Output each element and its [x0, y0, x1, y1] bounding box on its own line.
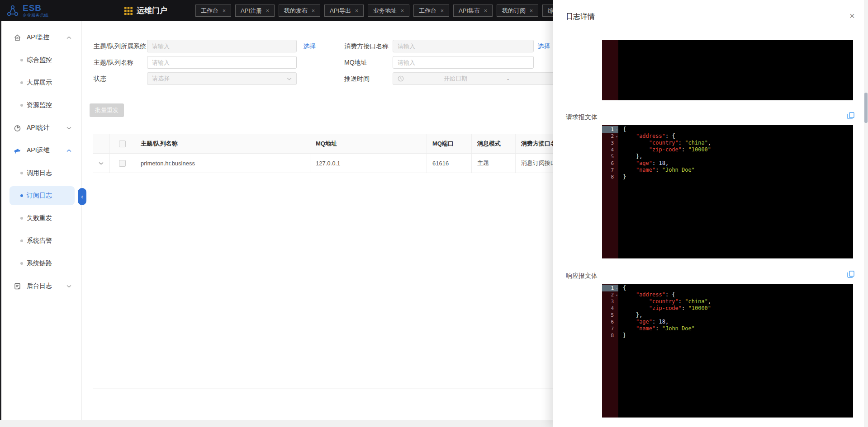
drawer-title: 日志详情 — [566, 12, 595, 22]
pie-chart-icon — [14, 124, 21, 132]
table-row[interactable]: primeton.hr.business 127.0.0.1 61616 主题 … — [93, 154, 611, 173]
batch-resend-button[interactable]: 批量重发 — [90, 103, 124, 117]
filter-label-status: 状态 — [94, 72, 106, 85]
nav-tab-api-register[interactable]: API注册× — [235, 5, 275, 17]
grid-icon — [124, 7, 133, 15]
topic-name-input[interactable] — [147, 56, 297, 69]
row-select-cell — [110, 154, 135, 173]
mq-address-input[interactable] — [393, 56, 534, 69]
chevron-down-icon — [66, 127, 71, 130]
sidebar-item-invoke-log[interactable]: 调用日志 — [1, 162, 81, 184]
sidebar-item-system-link[interactable]: 系统链路 — [1, 252, 81, 275]
filter-label-mq-address: MQ地址 — [344, 56, 367, 69]
nav-tab-api-market[interactable]: API集市× — [453, 5, 493, 17]
cell-message-mode: 主题 — [472, 154, 516, 173]
portal-title: 运维门户 — [137, 5, 167, 16]
sidebar-group-api-ops[interactable]: API运维 — [1, 139, 81, 162]
tab-close-icon[interactable]: × — [355, 8, 358, 14]
start-date-placeholder: 开始日期 — [444, 75, 467, 83]
tab-close-icon[interactable]: × — [484, 8, 487, 14]
table-header-row: 主题/队列名称 MQ地址 MQ端口 消息模式 消费方接口名称 — [93, 134, 611, 154]
filter-label-topic-name: 主题/队列名称 — [94, 56, 133, 69]
nav-tab-my-subscription[interactable]: 我的订阅× — [497, 5, 538, 17]
sidebar-item-system-alert[interactable]: 系统告警 — [1, 230, 81, 252]
copy-icon[interactable] — [847, 112, 855, 120]
select-all-checkbox[interactable] — [119, 141, 126, 147]
request-body-label: 请求报文体 — [566, 113, 598, 122]
response-body-label: 响应报文体 — [566, 272, 598, 280]
chevron-down-icon — [287, 77, 292, 80]
sidebar-item-monitor[interactable]: 综合监控 — [1, 49, 81, 71]
response-body-editor[interactable]: 1▾{2▾ "address": {3 "country": "china",4… — [602, 284, 853, 418]
tab-close-icon[interactable]: × — [530, 8, 533, 14]
esb-network-icon — [6, 5, 19, 17]
nav-tab-my-publish[interactable]: 我的发布× — [279, 5, 320, 17]
status-select[interactable]: 请选择 — [147, 72, 297, 85]
close-icon[interactable]: × — [849, 11, 855, 21]
tab-close-icon[interactable]: × — [401, 8, 404, 14]
bullet-icon — [20, 81, 23, 84]
chevron-down-icon — [66, 285, 71, 288]
home-icon — [14, 34, 21, 42]
bullet-icon — [20, 104, 23, 107]
topic-system-input[interactable] — [147, 40, 297, 52]
sidebar-item-subscription-log[interactable]: 订阅日志 — [1, 184, 81, 207]
sidebar-collapse-handle[interactable]: ‹ — [78, 188, 86, 205]
row-checkbox[interactable] — [119, 160, 126, 167]
bullet-icon — [20, 194, 23, 197]
nav-tab-workbench-2[interactable]: 工作台× — [413, 5, 449, 17]
bullet-icon — [20, 172, 23, 174]
consumer-api-input[interactable] — [393, 40, 534, 52]
subscription-log-table: 主题/队列名称 MQ地址 MQ端口 消息模式 消费方接口名称 primeton.… — [93, 134, 611, 173]
topic-system-select-link[interactable]: 选择 — [303, 40, 316, 52]
main-content: 主题/队列所属系统 选择 消费方接口名称 选择 主题/队列名称 MQ地址 状态 … — [82, 21, 553, 420]
expand-chevron-icon[interactable] — [99, 162, 104, 165]
scrollbar-thumb[interactable] — [864, 93, 868, 123]
scrolled-editor-partial[interactable] — [602, 40, 853, 100]
expand-column-header — [93, 134, 110, 154]
app-root: ESB 企业服务总线 运维门户 工作台× API注册× 我的发布× API导出×… — [0, 0, 868, 427]
tab-close-icon[interactable]: × — [266, 8, 269, 14]
row-expand-cell — [93, 154, 110, 173]
cell-mq-address: 127.0.0.1 — [310, 154, 427, 173]
vertical-scrollbar[interactable] — [864, 0, 868, 427]
filter-label-push-time: 推送时间 — [344, 72, 370, 85]
date-range-separator: - — [507, 75, 509, 82]
column-header-topic-name: 主题/队列名称 — [135, 134, 310, 154]
brand-subtitle: 企业服务总线 — [23, 13, 48, 18]
nav-tab-business-address[interactable]: 业务地址× — [368, 5, 409, 17]
ops-camera-icon — [14, 147, 21, 155]
sidebar-item-resource-monitor[interactable]: 资源监控 — [1, 94, 81, 117]
cell-mq-port: 61616 — [427, 154, 472, 173]
sidebar: API监控 综合监控 大屏展示 资源监控 API统计 API运维 调用日志 订阅… — [1, 21, 82, 420]
filter-label-consumer-api: 消费方接口名称 — [344, 40, 389, 52]
column-header-message-mode: 消息模式 — [472, 134, 516, 154]
tab-close-icon[interactable]: × — [441, 8, 444, 14]
bullet-icon — [20, 217, 23, 220]
select-all-header-cell — [110, 134, 135, 154]
sidebar-item-big-screen[interactable]: 大屏展示 — [1, 71, 81, 94]
copy-icon[interactable] — [847, 270, 855, 278]
filter-label-topic-system: 主题/队列所属系统 — [94, 40, 146, 52]
clock-icon — [398, 75, 404, 82]
horizontal-scrollbar[interactable] — [0, 420, 553, 427]
chevron-up-icon — [66, 149, 71, 152]
sidebar-group-backend-log[interactable]: 后台日志 — [1, 275, 81, 297]
consumer-api-select-link[interactable]: 选择 — [537, 40, 550, 52]
sidebar-group-api-statistics[interactable]: API统计 — [1, 117, 81, 139]
chevron-up-icon — [66, 36, 71, 39]
sidebar-group-api-monitor[interactable]: API监控 — [1, 26, 81, 49]
table-bottom-divider — [93, 389, 563, 389]
logo-divider — [116, 6, 116, 16]
brand-name: ESB — [23, 4, 48, 12]
log-detail-drawer: 日志详情 × 请求报文体 1▾{2▾ "address": {3 "countr… — [553, 0, 868, 427]
tab-close-icon[interactable]: × — [312, 8, 315, 14]
push-time-range-picker[interactable]: 开始日期 - — [393, 72, 555, 85]
nav-tab-api-export[interactable]: API导出× — [324, 5, 364, 17]
tab-close-icon[interactable]: × — [223, 8, 226, 14]
nav-tab-workbench-1[interactable]: 工作台× — [195, 5, 231, 17]
portal-block: 运维门户 — [124, 5, 167, 16]
sidebar-item-failed-resend[interactable]: 失败重发 — [1, 207, 81, 230]
esb-logo: ESB 企业服务总线 — [0, 4, 113, 18]
request-body-editor[interactable]: 1▾{2▾ "address": {3 "country": "china",4… — [602, 125, 853, 258]
